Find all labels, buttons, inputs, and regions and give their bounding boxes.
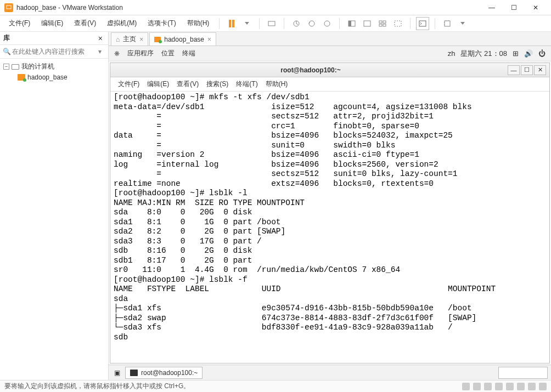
tab-home-label: 主页 bbox=[123, 35, 136, 44]
menu-view[interactable]: 查看(V) bbox=[70, 17, 100, 30]
library-title: 库 bbox=[3, 33, 96, 43]
svg-rect-0 bbox=[7, 5, 11, 9]
term-menu-view[interactable]: 查看(V) bbox=[173, 78, 202, 90]
thumbnail-button[interactable] bbox=[376, 17, 389, 30]
svg-rect-6 bbox=[348, 21, 351, 26]
svg-rect-13 bbox=[419, 21, 426, 26]
statusbar-message: 要将输入定向到该虚拟机，请将鼠标指针移入其中或按 Ctrl+G。 bbox=[4, 382, 462, 391]
gnome-volume-icon[interactable]: 🔊 bbox=[524, 49, 533, 58]
toolbar-separator bbox=[284, 18, 284, 29]
device-status-icons bbox=[462, 383, 547, 390]
device-display-icon[interactable] bbox=[528, 383, 536, 390]
terminal-icon bbox=[130, 370, 138, 376]
term-menu-search[interactable]: 搜索(S) bbox=[203, 78, 232, 90]
svg-rect-8 bbox=[379, 21, 382, 23]
svg-rect-9 bbox=[383, 21, 386, 23]
toolbar-separator bbox=[435, 18, 435, 29]
guest-taskbar: ▣ root@hadoop100:~ bbox=[109, 365, 551, 380]
library-panel: 库 × 🔍 ▾ − 我的计算机 hadoop_base bbox=[0, 32, 109, 380]
gnome-clock[interactable]: 星期六 21：08 bbox=[460, 49, 507, 59]
device-network-icon[interactable] bbox=[484, 383, 492, 390]
device-printer-icon[interactable] bbox=[517, 383, 525, 390]
toolbar-separator bbox=[259, 18, 260, 29]
terminal-titlebar[interactable]: root@hadoop100:~ — ☐ ✕ bbox=[110, 63, 549, 77]
library-search-input[interactable] bbox=[11, 47, 98, 56]
tab-home[interactable]: ⌂ 主页 × bbox=[111, 32, 148, 46]
window-close-button[interactable]: ✕ bbox=[525, 1, 547, 14]
main-area: ⌂ 主页 × hadoop_base × ❋ 应用程序 位置 终端 zh 星期六… bbox=[109, 32, 551, 380]
gnome-terminal-menu[interactable]: 终端 bbox=[182, 49, 195, 58]
tab-hadoop-base[interactable]: hadoop_base × bbox=[149, 32, 216, 46]
vmware-app-icon bbox=[4, 3, 13, 12]
gnome-input-method[interactable]: zh bbox=[448, 49, 456, 58]
taskbar-show-desktop-icon[interactable]: ▣ bbox=[112, 369, 122, 377]
tab-home-close[interactable]: × bbox=[139, 36, 143, 43]
tree-root-my-computer[interactable]: − 我的计算机 bbox=[2, 61, 106, 72]
home-icon: ⌂ bbox=[116, 36, 120, 43]
workspace: 库 × 🔍 ▾ − 我的计算机 hadoop_base ⌂ 主页 bbox=[0, 32, 551, 380]
stretch-button[interactable] bbox=[391, 17, 404, 30]
device-usb-icon[interactable] bbox=[495, 383, 503, 390]
gnome-applications-menu[interactable]: 应用程序 bbox=[127, 49, 154, 58]
manage-snapshots-button[interactable] bbox=[321, 17, 334, 30]
window-maximize-button[interactable]: ☐ bbox=[503, 1, 525, 14]
menu-file[interactable]: 文件(F) bbox=[4, 17, 35, 30]
terminal-output[interactable]: [root@hadoop100 ~]# mkfs -t xfs /dev/sdb… bbox=[110, 92, 549, 363]
vm-tabstrip: ⌂ 主页 × hadoop_base × bbox=[109, 32, 551, 46]
svg-rect-1 bbox=[268, 21, 275, 26]
gnome-network-icon[interactable]: ⊞ bbox=[513, 49, 519, 58]
terminal-maximize-button[interactable]: ☐ bbox=[521, 65, 533, 75]
term-menu-terminal[interactable]: 终端(T) bbox=[233, 78, 261, 90]
terminal-close-button[interactable]: ✕ bbox=[534, 65, 546, 75]
gnome-activities-icon[interactable]: ❋ bbox=[114, 50, 120, 58]
toolbar-separator bbox=[339, 18, 340, 29]
device-sound-icon[interactable] bbox=[506, 383, 514, 390]
term-menu-edit[interactable]: 编辑(E) bbox=[144, 78, 172, 90]
svg-rect-14 bbox=[445, 21, 450, 26]
vm-tree: − 我的计算机 hadoop_base bbox=[0, 59, 108, 84]
library-header: 库 × bbox=[0, 32, 108, 45]
search-dropdown-icon[interactable]: ▾ bbox=[98, 48, 106, 55]
guest-gnome-topbar: ❋ 应用程序 位置 终端 zh 星期六 21：08 ⊞ 🔊 ⏻ bbox=[109, 46, 551, 61]
menu-vm[interactable]: 虚拟机(M) bbox=[103, 17, 141, 30]
send-ctrl-alt-del-button[interactable] bbox=[265, 17, 278, 30]
menu-help[interactable]: 帮助(H) bbox=[183, 17, 214, 30]
gnome-places-menu[interactable]: 位置 bbox=[161, 49, 175, 58]
snapshot-button[interactable] bbox=[290, 17, 303, 30]
window-minimize-button[interactable]: — bbox=[481, 1, 503, 14]
term-menu-help[interactable]: 帮助(H) bbox=[262, 78, 291, 90]
console-button[interactable] bbox=[416, 17, 429, 30]
fit-dropdown[interactable] bbox=[456, 17, 469, 30]
svg-rect-10 bbox=[379, 24, 382, 26]
main-menubar: 文件(F) 编辑(E) 查看(V) 虚拟机(M) 选项卡(T) 帮助(H) bbox=[0, 15, 551, 32]
computer-icon bbox=[12, 64, 19, 70]
fit-guest-button[interactable] bbox=[441, 17, 454, 30]
device-cdrom-icon[interactable] bbox=[473, 383, 481, 390]
revert-snapshot-button[interactable] bbox=[305, 17, 318, 30]
toolbar-separator bbox=[219, 18, 220, 29]
pause-dropdown[interactable] bbox=[240, 17, 254, 30]
term-menu-file[interactable]: 文件(F) bbox=[115, 78, 143, 90]
taskbar-workspace-switcher[interactable] bbox=[498, 367, 548, 379]
fullscreen-button[interactable] bbox=[345, 17, 358, 30]
svg-rect-11 bbox=[383, 24, 386, 26]
toolbar-separator bbox=[410, 18, 411, 29]
library-close-button[interactable]: × bbox=[96, 34, 105, 43]
tree-vm-hadoop-base[interactable]: hadoop_base bbox=[2, 72, 106, 82]
taskbar-terminal-button[interactable]: root@hadoop100:~ bbox=[125, 367, 203, 379]
device-harddisk-icon[interactable] bbox=[462, 383, 470, 390]
tab-vm-close[interactable]: × bbox=[207, 36, 211, 43]
terminal-minimize-button[interactable]: — bbox=[508, 65, 520, 75]
pause-vm-button[interactable] bbox=[225, 17, 238, 30]
menu-edit[interactable]: 编辑(E) bbox=[37, 17, 68, 30]
search-icon: 🔍 bbox=[2, 48, 11, 55]
tab-vm-label: hadoop_base bbox=[164, 36, 204, 43]
device-more-icon[interactable] bbox=[539, 383, 547, 390]
svg-rect-7 bbox=[364, 21, 370, 26]
tree-toggle-icon[interactable]: − bbox=[3, 64, 9, 70]
gnome-power-icon[interactable]: ⏻ bbox=[538, 49, 546, 58]
unity-button[interactable] bbox=[361, 17, 374, 30]
taskbar-terminal-label: root@hadoop100:~ bbox=[141, 369, 198, 377]
terminal-menubar: 文件(F) 编辑(E) 查看(V) 搜索(S) 终端(T) 帮助(H) bbox=[110, 77, 549, 92]
menu-tabs[interactable]: 选项卡(T) bbox=[143, 17, 180, 30]
